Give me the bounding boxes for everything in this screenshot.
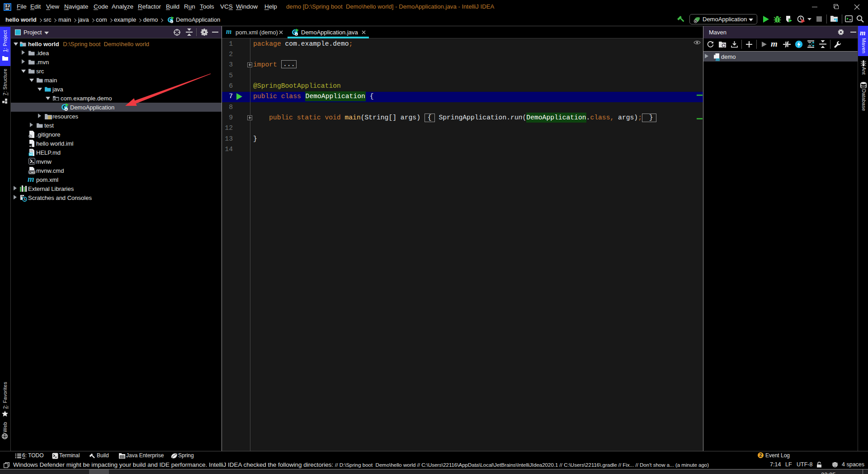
svg-text:m: m xyxy=(716,57,720,62)
